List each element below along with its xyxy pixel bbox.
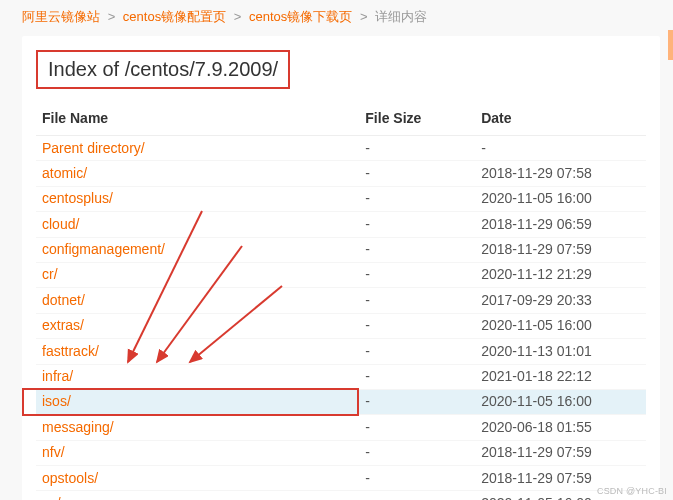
- table-row: isos/-2020-11-05 16:00: [36, 389, 646, 414]
- file-date: -: [475, 136, 646, 161]
- file-date: 2020-11-05 16:00: [475, 186, 646, 211]
- table-row: opstools/-2018-11-29 07:59: [36, 466, 646, 491]
- table-row: extras/-2020-11-05 16:00: [36, 313, 646, 338]
- file-size: -: [359, 466, 475, 491]
- file-date: 2020-06-18 01:55: [475, 415, 646, 440]
- file-size: -: [359, 313, 475, 338]
- breadcrumb-link-0[interactable]: 阿里云镜像站: [22, 9, 100, 24]
- file-link[interactable]: nfv/: [42, 444, 65, 460]
- table-row: centosplus/-2020-11-05 16:00: [36, 186, 646, 211]
- table-row: nfv/-2018-11-29 07:59: [36, 440, 646, 465]
- file-size: -: [359, 440, 475, 465]
- file-size: -: [359, 389, 475, 414]
- table-row: cr/-2020-11-12 21:29: [36, 262, 646, 287]
- breadcrumb-link-2[interactable]: centos镜像下载页: [249, 9, 352, 24]
- file-date: 2020-11-12 21:29: [475, 262, 646, 287]
- file-size: -: [359, 186, 475, 211]
- file-link[interactable]: fasttrack/: [42, 343, 99, 359]
- file-link[interactable]: infra/: [42, 368, 73, 384]
- column-header-date: Date: [475, 101, 646, 136]
- file-date: 2018-11-29 07:59: [475, 440, 646, 465]
- file-link[interactable]: dotnet/: [42, 292, 85, 308]
- file-link[interactable]: opstools/: [42, 470, 98, 486]
- breadcrumb-sep: >: [234, 9, 242, 24]
- table-row: configmanagement/-2018-11-29 07:59: [36, 237, 646, 262]
- file-link[interactable]: configmanagement/: [42, 241, 165, 257]
- file-size: -: [359, 212, 475, 237]
- table-row: os/-2020-11-05 16:00: [36, 491, 646, 500]
- file-size: -: [359, 161, 475, 186]
- breadcrumb-link-1[interactable]: centos镜像配置页: [123, 9, 226, 24]
- breadcrumb-current: 详细内容: [375, 9, 427, 24]
- content-card: Index of /centos/7.9.2009/ File Name Fil…: [22, 36, 660, 500]
- file-date: 2017-09-29 20:33: [475, 288, 646, 313]
- table-row: messaging/-2020-06-18 01:55: [36, 415, 646, 440]
- table-row: dotnet/-2017-09-29 20:33: [36, 288, 646, 313]
- file-date: 2020-11-05 16:00: [475, 313, 646, 338]
- file-link[interactable]: isos/: [42, 393, 71, 409]
- file-size: -: [359, 237, 475, 262]
- table-row: cloud/-2018-11-29 06:59: [36, 212, 646, 237]
- file-link[interactable]: os/: [42, 495, 61, 500]
- file-date: 2021-01-18 22:12: [475, 364, 646, 389]
- file-listing-table: File Name File Size Date Parent director…: [36, 101, 646, 500]
- file-size: -: [359, 364, 475, 389]
- breadcrumb-sep: >: [108, 9, 116, 24]
- file-link[interactable]: centosplus/: [42, 190, 113, 206]
- file-size: -: [359, 339, 475, 364]
- file-link[interactable]: cr/: [42, 266, 58, 282]
- watermark: CSDN @YHC-BI: [597, 486, 667, 496]
- file-link[interactable]: Parent directory/: [42, 140, 145, 156]
- file-size: -: [359, 415, 475, 440]
- file-size: -: [359, 262, 475, 287]
- column-header-size: File Size: [359, 101, 475, 136]
- file-link[interactable]: cloud/: [42, 216, 79, 232]
- file-date: 2018-11-29 07:58: [475, 161, 646, 186]
- breadcrumb-sep: >: [360, 9, 368, 24]
- table-row: fasttrack/-2020-11-13 01:01: [36, 339, 646, 364]
- side-accent: [668, 30, 673, 60]
- file-link[interactable]: extras/: [42, 317, 84, 333]
- breadcrumb: 阿里云镜像站 > centos镜像配置页 > centos镜像下载页 > 详细内…: [0, 0, 673, 34]
- table-row: Parent directory/--: [36, 136, 646, 161]
- file-date: 2018-11-29 06:59: [475, 212, 646, 237]
- file-size: -: [359, 136, 475, 161]
- file-date: 2020-11-13 01:01: [475, 339, 646, 364]
- file-size: -: [359, 288, 475, 313]
- column-header-name: File Name: [36, 101, 359, 136]
- file-date: 2020-11-05 16:00: [475, 389, 646, 414]
- table-row: infra/-2021-01-18 22:12: [36, 364, 646, 389]
- table-row: atomic/-2018-11-29 07:58: [36, 161, 646, 186]
- file-link[interactable]: atomic/: [42, 165, 87, 181]
- page-title: Index of /centos/7.9.2009/: [36, 50, 290, 89]
- file-size: -: [359, 491, 475, 500]
- file-date: 2018-11-29 07:59: [475, 237, 646, 262]
- file-link[interactable]: messaging/: [42, 419, 114, 435]
